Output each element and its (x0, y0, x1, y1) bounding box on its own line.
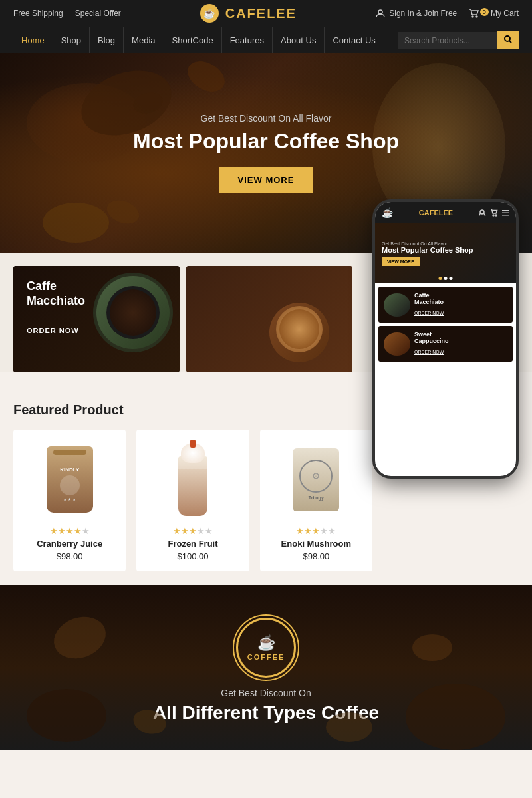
top-bar-right: Sign In & Join Free 0 My Cart (376, 9, 519, 19)
top-bar-left: Free Shipping Special Offer (13, 9, 121, 18)
promo1-order-link[interactable]: ORDER NOW (27, 327, 79, 334)
svg-rect-9 (502, 213, 509, 214)
product-name-enoki: Enoki Mushroom (270, 539, 362, 549)
promo-mobile-section: Caffe Macchiato ORDER NOW ☕ CAFELEE (0, 253, 532, 372)
phone-header: ☕ CAFELEE (375, 202, 516, 223)
product-name-cranberry: Cranberry Juice (23, 539, 116, 549)
phone-screen: ☕ CAFELEE Get Best Discount On All Flavo… (375, 202, 516, 476)
logo-area[interactable]: ☕ CAFELEE (200, 4, 297, 23)
coffee-bottom-section: ☕ COFFEE Get Best Discount On All Differ… (0, 585, 532, 750)
special-offer-label: Special Offer (75, 9, 121, 18)
cart-label: My Cart (491, 9, 519, 18)
svg-point-6 (493, 215, 494, 216)
phone-dots (439, 277, 453, 280)
top-bar: Free Shipping Special Offer ☕ CAFELEE Si… (0, 0, 532, 27)
phone-promo2-content: Sweet Cappuccino ORDER NOW (414, 331, 449, 356)
sign-in-label: Sign In (389, 9, 414, 18)
products-grid: KINDLY ★ ★ ★ ★★★★★ Cranberry Juice $98.0… (13, 430, 372, 571)
cart-badge: 0 (480, 8, 489, 16)
product-price-cranberry: $98.00 (23, 551, 116, 561)
phone-promo2-title: Sweet Cappuccino (414, 331, 449, 344)
phone-hero-button[interactable]: VIEW MORE (382, 257, 420, 266)
promo1-title: Caffe Macchiato (27, 279, 85, 308)
product-price-frozen: $100.00 (146, 551, 239, 561)
product-image-frozen (146, 440, 239, 519)
product-stars-enoki: ★★★★★ (270, 526, 362, 536)
svg-point-2 (476, 16, 477, 17)
promo-card-cappuccino[interactable] (186, 266, 352, 372)
product-drink-icon (174, 443, 211, 516)
phone-promo1-link[interactable]: ORDER NOW (414, 311, 444, 315)
search-input[interactable] (398, 32, 497, 49)
join-free-label: & Join Free (416, 9, 457, 18)
nav-shortcode[interactable]: ShortCode (164, 27, 222, 53)
phone-hero-subtitle: Get Best Discount On All Flavor (382, 241, 447, 246)
coffee-emblem-label: COFFEE (247, 653, 285, 661)
phone-promo2-link[interactable]: ORDER NOW (414, 350, 444, 354)
svg-point-1 (472, 16, 473, 17)
svg-rect-10 (502, 215, 509, 216)
nav-links: Home Shop Blog Media ShortCode Features … (13, 27, 398, 53)
phone-promo-cappuccino: Sweet Cappuccino ORDER NOW (378, 326, 513, 362)
svg-line-4 (510, 41, 512, 43)
product-card-frozen[interactable]: ★★★★★ Frozen Fruit $100.00 (136, 430, 249, 571)
phone-hero: Get Best Discount On All Flavor Most Pop… (375, 223, 516, 283)
nav-about[interactable]: About Us (273, 27, 325, 53)
nav-bar: Home Shop Blog Media ShortCode Features … (0, 27, 532, 53)
product-bag-icon: KINDLY ★ ★ ★ (47, 446, 93, 513)
product-card-cranberry[interactable]: KINDLY ★ ★ ★ ★★★★★ Cranberry Juice $98.0… (13, 430, 126, 571)
nav-shop[interactable]: Shop (53, 27, 90, 53)
sign-in-area[interactable]: Sign In & Join Free (376, 9, 457, 19)
product-stars-cranberry: ★★★★★ (23, 526, 116, 536)
phone-promo-macchiato: Caffe Macchiato ORDER NOW (378, 287, 513, 323)
promo-card-macchiato[interactable]: Caffe Macchiato ORDER NOW (13, 266, 180, 372)
hero-content: Get Best Discount On All Flavor Most Pop… (133, 113, 399, 193)
nav-home[interactable]: Home (13, 27, 53, 53)
svg-point-0 (378, 10, 382, 14)
phone-promo1-title: Caffe Macchiato (414, 292, 444, 305)
mobile-mockup: ☕ CAFELEE Get Best Discount On All Flavo… (372, 200, 519, 479)
hero-view-more-button[interactable]: VIEW MORE (219, 167, 313, 193)
nav-blog[interactable]: Blog (90, 27, 124, 53)
nav-media[interactable]: Media (124, 27, 164, 53)
svg-rect-8 (502, 210, 509, 211)
nav-search (398, 31, 519, 49)
svg-point-7 (495, 215, 497, 216)
svg-point-3 (505, 36, 510, 41)
product-price-enoki: $98.00 (270, 551, 362, 561)
product-pouch-icon: ◎ Trilogy (293, 448, 339, 511)
coffee-cup-icon: ☕ (247, 634, 285, 652)
phone-hero-title: Most Popular Coffee Shop (382, 246, 473, 254)
logo-text: CAFELEE (225, 6, 297, 21)
hero-subtitle: Get Best Discount On All Flavor (133, 113, 399, 124)
product-image-enoki: ◎ Trilogy (270, 440, 362, 519)
product-image-cranberry: KINDLY ★ ★ ★ (23, 440, 116, 519)
logo-icon: ☕ (200, 4, 219, 23)
phone-promo1-content: Caffe Macchiato ORDER NOW (414, 292, 444, 317)
hero-title: Most Popular Coffee Shop (133, 129, 399, 154)
search-button[interactable] (497, 31, 519, 49)
nav-features[interactable]: Features (222, 27, 273, 53)
coffee-emblem-inner: ☕ COFFEE (247, 634, 285, 661)
nav-contact[interactable]: Contact Us (325, 27, 383, 53)
product-name-frozen: Frozen Fruit (146, 539, 239, 549)
product-stars-frozen: ★★★★★ (146, 526, 239, 536)
phone-logo: CAFELEE (419, 209, 453, 217)
free-shipping-label: Free Shipping (13, 9, 63, 18)
product-card-enoki[interactable]: ◎ Trilogy ★★★★★ Enoki Mushroom $98.00 (260, 430, 372, 571)
promo1-content: Caffe Macchiato ORDER NOW (27, 279, 85, 336)
coffee-emblem: ☕ COFFEE (236, 618, 296, 678)
cart-area[interactable]: 0 My Cart (469, 9, 519, 19)
